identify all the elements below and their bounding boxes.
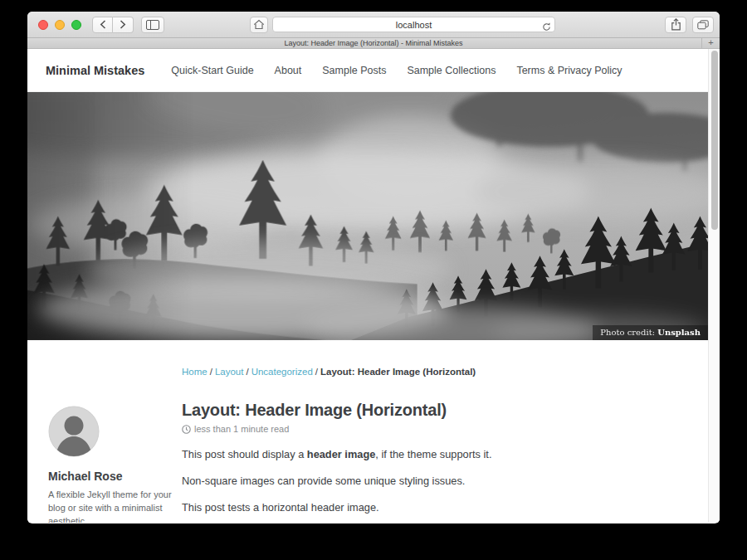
post-body: This post should display a header image,… [182, 446, 690, 515]
avatar [48, 406, 100, 457]
reload-icon [542, 22, 551, 32]
primary-nav: Quick-Start Guide About Sample Posts Sam… [171, 65, 622, 76]
address-bar [272, 17, 555, 33]
nav-item-sample-collections[interactable]: Sample Collections [407, 65, 496, 76]
breadcrumb-separator: / [210, 367, 212, 377]
active-tab[interactable]: Layout: Header Image (Horizontal) - Mini… [284, 39, 462, 47]
article-column: Home/Layout/Uncategorized/Layout: Header… [182, 340, 690, 523]
page-scrollbar[interactable] [708, 49, 720, 523]
breadcrumb-current: Layout: Header Image (Horizontal) [320, 367, 476, 377]
page-content: Minimal Mistakes Quick-Start Guide About… [27, 49, 720, 523]
breadcrumb: Home/Layout/Uncategorized/Layout: Header… [182, 367, 690, 377]
chevron-left-icon [100, 20, 106, 29]
tab-bar: Layout: Header Image (Horizontal) - Mini… [27, 38, 720, 49]
scrollbar-thumb[interactable] [711, 51, 718, 230]
sidebar-icon [146, 20, 159, 30]
paragraph-1: This post should display a header image,… [182, 446, 690, 462]
clock-icon [182, 425, 191, 434]
reload-button[interactable] [542, 20, 551, 35]
author-bio: A flexible Jekyll theme for your blog or… [48, 489, 182, 523]
tabs-icon [697, 20, 709, 30]
paragraph-3: This post tests a horizontal header imag… [182, 499, 690, 515]
tab-overview-button[interactable] [692, 17, 714, 33]
share-button[interactable] [665, 17, 686, 33]
chevron-right-icon [120, 20, 126, 29]
nav-item-quick-start-guide[interactable]: Quick-Start Guide [171, 65, 253, 76]
window-controls [38, 20, 81, 30]
breadcrumb-separator: / [246, 367, 248, 377]
paragraph-1-tail: , if the theme supports it. [375, 448, 491, 460]
post-title: Layout: Header Image (Horizontal) [182, 401, 690, 420]
close-window-button[interactable] [38, 20, 48, 30]
paragraph-1-bold: header image [307, 448, 376, 460]
back-button[interactable] [92, 17, 113, 33]
forward-button[interactable] [113, 17, 134, 33]
home-icon [253, 19, 265, 30]
breadcrumb-home[interactable]: Home [182, 367, 208, 377]
foggy-forest-illustration [27, 92, 708, 340]
breadcrumb-separator: / [315, 367, 318, 377]
sidebar-toggle-button[interactable] [141, 17, 164, 33]
nav-item-terms-privacy[interactable]: Terms & Privacy Policy [516, 65, 622, 76]
url-input[interactable] [272, 17, 555, 32]
history-nav-group [92, 17, 134, 33]
nav-item-about[interactable]: About [275, 65, 302, 76]
home-button[interactable] [250, 17, 268, 33]
author-sidebar: Michael Rose A flexible Jekyll theme for… [46, 406, 182, 523]
author-name: Michael Rose [48, 470, 182, 483]
post-meta: less than 1 minute read [182, 424, 690, 434]
header-image: Photo credit: Unsplash [27, 92, 708, 340]
safari-window: Layout: Header Image (Horizontal) - Mini… [27, 12, 720, 523]
browser-toolbar [27, 12, 720, 38]
paragraph-2: Non-square images can provide some uniqu… [182, 473, 690, 489]
page-columns: Michael Rose A flexible Jekyll theme for… [27, 340, 708, 523]
read-time: less than 1 minute read [194, 424, 289, 434]
paragraph-1-text: This post should display a [182, 448, 307, 460]
minimize-window-button[interactable] [55, 20, 65, 30]
breadcrumb-uncategorized[interactable]: Uncategorized [251, 367, 313, 377]
unsplash-link[interactable]: Unsplash [657, 328, 701, 337]
breadcrumb-layout[interactable]: Layout [215, 367, 244, 377]
new-tab-button[interactable]: + [701, 38, 720, 48]
zoom-window-button[interactable] [71, 20, 81, 30]
photo-credit-text: Photo credit: [600, 328, 657, 337]
masthead: Minimal Mistakes Quick-Start Guide About… [27, 49, 708, 92]
share-icon [671, 18, 681, 31]
nav-item-sample-posts[interactable]: Sample Posts [322, 65, 386, 76]
site-title[interactable]: Minimal Mistakes [46, 64, 144, 77]
photo-credit: Photo credit: Unsplash [593, 325, 708, 340]
